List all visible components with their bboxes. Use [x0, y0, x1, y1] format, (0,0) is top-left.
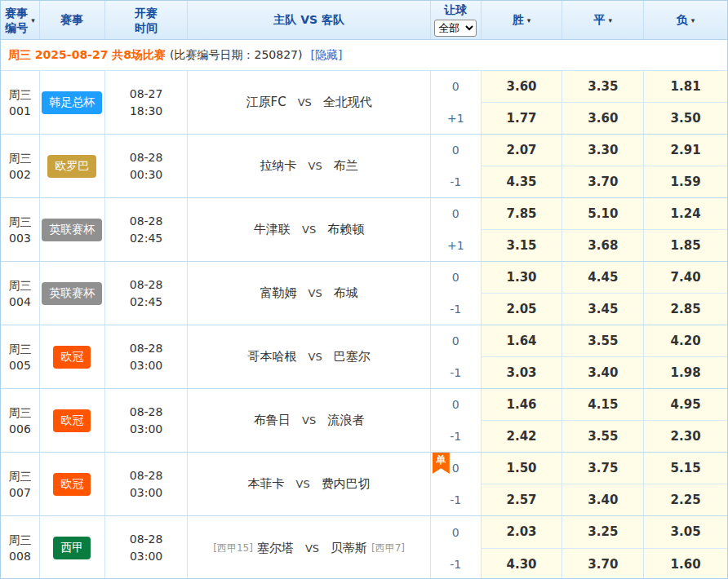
win-odds-bottom[interactable]: 3.15 — [482, 229, 562, 261]
handicap-value-top: 0 — [431, 325, 481, 357]
draw-odds-bottom[interactable]: 3.70 — [562, 166, 643, 197]
win-odds-bottom[interactable]: 4.35 — [482, 166, 562, 197]
column-header-lose[interactable]: 负 ▾ — [644, 1, 727, 39]
win-odds-top[interactable]: 7.85 — [482, 198, 562, 229]
win-odds-top[interactable]: 3.60 — [482, 71, 562, 102]
match-number-cell: 周三 003 — [1, 198, 40, 261]
win-odds-bottom[interactable]: 2.57 — [482, 484, 562, 515]
league-badge[interactable]: 欧冠 — [53, 473, 91, 496]
draw-odds-cell: 4.45 3.45 — [562, 262, 644, 325]
teams-cell[interactable]: [西甲15] 塞尔塔 VS 贝蒂斯 [西甲7] — [188, 516, 430, 579]
teams-cell[interactable]: 牛津联 VS 布赖顿 — [188, 198, 430, 261]
match-time-cell: 08-28 02:45 — [105, 198, 189, 261]
column-header-match-no[interactable]: 赛事 编号 ▾ — [1, 1, 40, 39]
win-odds-top[interactable]: 1.30 — [482, 262, 562, 293]
lose-odds-bottom[interactable]: 2.30 — [644, 420, 727, 452]
match-date: 08-27 — [130, 86, 163, 103]
win-odds-top[interactable]: 1.50 — [482, 453, 562, 484]
draw-odds-bottom[interactable]: 3.40 — [562, 484, 643, 515]
lose-odds-top[interactable]: 5.15 — [644, 453, 727, 484]
draw-odds-top[interactable]: 3.35 — [562, 71, 643, 102]
handicap-cell: 0 -1 — [431, 516, 482, 579]
odds-table: 赛事 编号 ▾ 赛事 开赛 时间 主队 VS 客队 让球 全部 胜 ▾ — [0, 0, 728, 579]
handicap-value-top: 0 — [431, 71, 481, 103]
draw-odds-bottom[interactable]: 3.68 — [562, 229, 643, 261]
handicap-value-bottom: -1 — [431, 357, 481, 389]
teams-cell[interactable]: 哥本哈根 VS 巴塞尔 — [188, 325, 430, 388]
win-odds-top[interactable]: 2.03 — [482, 516, 562, 548]
draw-odds-top[interactable]: 4.15 — [562, 389, 643, 420]
league-badge[interactable]: 欧冠 — [53, 346, 91, 369]
draw-odds-bottom[interactable]: 3.70 — [562, 548, 643, 579]
match-weekday: 周三 — [8, 468, 31, 484]
win-odds-top[interactable]: 1.64 — [482, 325, 562, 356]
lose-odds-top[interactable]: 7.40 — [644, 262, 727, 293]
lose-odds-cell: 3.05 1.60 — [644, 516, 727, 579]
home-team: 拉纳卡 — [260, 158, 297, 174]
draw-odds-top[interactable]: 4.45 — [562, 262, 643, 293]
lose-odds-top[interactable]: 1.81 — [644, 71, 727, 102]
lose-odds-bottom[interactable]: 1.60 — [644, 548, 727, 579]
lose-odds-bottom[interactable]: 3.50 — [644, 102, 727, 134]
teams-cell[interactable]: 本菲卡 VS 费内巴切 — [188, 453, 430, 515]
home-team: 牛津联 — [254, 222, 291, 237]
win-odds-bottom[interactable]: 2.05 — [482, 293, 562, 325]
teams-cell[interactable]: 拉纳卡 VS 布兰 — [188, 135, 430, 197]
column-header-win[interactable]: 胜 ▾ — [482, 1, 563, 39]
league-badge[interactable]: 西甲 — [53, 537, 91, 559]
lose-odds-top[interactable]: 2.91 — [644, 135, 727, 166]
handicap-filter-select[interactable]: 全部 — [434, 20, 477, 37]
handicap-value-top: 0 — [431, 389, 481, 421]
lose-odds-cell: 2.91 1.59 — [644, 135, 727, 197]
draw-odds-bottom[interactable]: 3.55 — [562, 420, 643, 452]
handicap-value-top: 0 — [431, 135, 481, 166]
teams-cell[interactable]: 江原FC VS 全北现代 — [188, 71, 430, 134]
match-number-cell: 周三 002 — [1, 135, 40, 197]
sort-caret-icon: ▾ — [691, 16, 695, 24]
win-odds-bottom[interactable]: 4.30 — [482, 548, 562, 579]
away-team: 布兰 — [334, 158, 358, 174]
league-badge[interactable]: 英联赛杯 — [42, 282, 102, 305]
draw-odds-top[interactable]: 3.75 — [562, 453, 643, 484]
win-odds-cell: 2.03 4.30 — [482, 516, 563, 579]
lose-odds-top[interactable]: 3.05 — [644, 516, 727, 548]
match-time-cell: 08-28 03:00 — [105, 516, 189, 579]
lose-odds-bottom[interactable]: 2.85 — [644, 293, 727, 325]
lose-odds-bottom[interactable]: 1.98 — [644, 356, 727, 388]
draw-odds-bottom[interactable]: 3.45 — [562, 293, 643, 325]
home-team: 江原FC — [246, 95, 286, 110]
match-row: 周三 006 欧冠 08-28 03:00 布鲁日 VS 流浪者 0 -1 1.… — [1, 389, 727, 453]
teams-cell[interactable]: 富勒姆 VS 布城 — [188, 262, 430, 325]
win-odds-top[interactable]: 1.46 — [482, 389, 562, 420]
column-header-draw[interactable]: 平 ▾ — [562, 1, 644, 39]
away-team: 巴塞尔 — [334, 349, 371, 365]
league-badge[interactable]: 欧冠 — [53, 409, 91, 432]
lose-odds-bottom[interactable]: 1.85 — [644, 229, 727, 261]
win-odds-bottom[interactable]: 3.03 — [482, 356, 562, 388]
draw-odds-top[interactable]: 3.30 — [562, 135, 643, 166]
lose-odds-top[interactable]: 4.95 — [644, 389, 727, 420]
draw-odds-bottom[interactable]: 3.60 — [562, 102, 643, 134]
draw-odds-top[interactable]: 3.25 — [562, 516, 643, 548]
league-badge[interactable]: 英联赛杯 — [42, 219, 102, 241]
league-badge[interactable]: 韩足总杯 — [42, 91, 102, 114]
lose-odds-top[interactable]: 4.20 — [644, 325, 727, 356]
win-odds-bottom[interactable]: 1.77 — [482, 102, 562, 134]
lose-odds-bottom[interactable]: 2.25 — [644, 484, 727, 515]
lose-odds-top[interactable]: 1.24 — [644, 198, 727, 229]
draw-odds-bottom[interactable]: 3.40 — [562, 356, 643, 388]
match-time-cell: 08-28 00:30 — [105, 135, 189, 197]
draw-odds-top[interactable]: 5.10 — [562, 198, 643, 229]
win-odds-top[interactable]: 2.07 — [482, 135, 562, 166]
match-date: 08-28 — [130, 149, 163, 166]
lose-odds-bottom[interactable]: 1.59 — [644, 166, 727, 197]
match-weekday: 周三 — [8, 86, 31, 103]
column-header-time: 开赛 时间 — [105, 1, 189, 39]
draw-odds-top[interactable]: 3.55 — [562, 325, 643, 356]
win-odds-bottom[interactable]: 2.42 — [482, 420, 562, 452]
win-odds-cell: 1.30 2.05 — [482, 262, 563, 325]
teams-cell[interactable]: 布鲁日 VS 流浪者 — [188, 389, 430, 452]
league-badge[interactable]: 欧罗巴 — [47, 155, 96, 178]
league-cell: 英联赛杯 — [40, 262, 105, 325]
hide-link[interactable]: [隐藏] — [310, 48, 342, 63]
